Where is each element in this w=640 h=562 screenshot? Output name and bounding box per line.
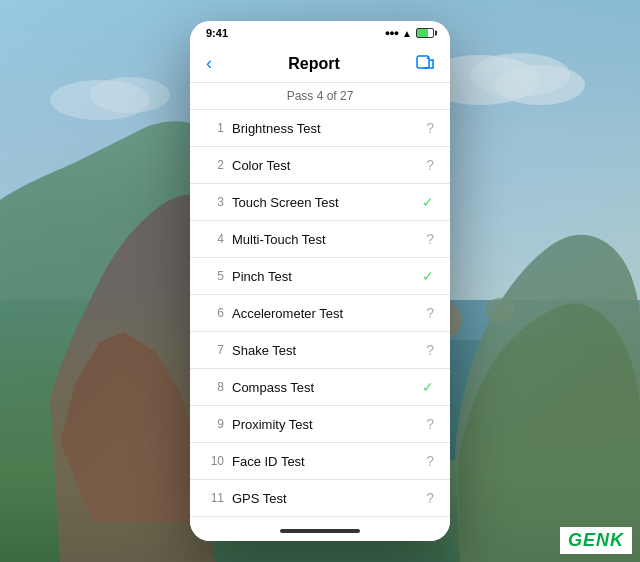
svg-point-7 (485, 298, 515, 322)
list-item[interactable]: 1Brightness Test? (190, 110, 450, 147)
item-number: 8 (206, 380, 224, 394)
wifi-icon: ▲ (402, 28, 412, 39)
item-status: ✓ (422, 268, 434, 284)
item-status: ? (426, 416, 434, 432)
test-list[interactable]: 1Brightness Test?2Color Test?3Touch Scre… (190, 110, 450, 521)
item-label: Pinch Test (232, 269, 414, 284)
list-item[interactable]: 5Pinch Test✓ (190, 258, 450, 295)
item-number: 5 (206, 269, 224, 283)
report-panel: 9:41 ●●● ▲ ‹ Report Pass 4 of 27 1Bright… (190, 21, 450, 541)
list-item[interactable]: 2Color Test? (190, 147, 450, 184)
status-bar: 9:41 ●●● ▲ (190, 21, 450, 43)
battery-icon (416, 28, 434, 38)
item-status: ? (426, 157, 434, 173)
list-item[interactable]: 6Accelerometer Test? (190, 295, 450, 332)
item-label: Accelerometer Test (232, 306, 418, 321)
list-item[interactable]: 3Touch Screen Test✓ (190, 184, 450, 221)
svg-point-12 (90, 77, 170, 113)
item-label: GPS Test (232, 491, 418, 506)
svg-point-10 (495, 65, 585, 105)
item-number: 4 (206, 232, 224, 246)
item-status: ? (426, 305, 434, 321)
item-status: ? (426, 490, 434, 506)
genk-badge: GENK (560, 527, 632, 554)
item-number: 3 (206, 195, 224, 209)
list-item[interactable]: 11GPS Test? (190, 480, 450, 517)
item-number: 7 (206, 343, 224, 357)
item-label: Face ID Test (232, 454, 418, 469)
bottom-bar (190, 521, 450, 541)
pass-count: Pass 4 of 27 (287, 89, 354, 103)
list-item[interactable]: 8Compass Test✓ (190, 369, 450, 406)
item-number: 9 (206, 417, 224, 431)
item-number: 6 (206, 306, 224, 320)
status-icons: ●●● ▲ (385, 28, 434, 39)
header-title: Report (288, 55, 340, 73)
export-button[interactable] (416, 54, 434, 74)
item-number: 11 (206, 491, 224, 505)
item-label: Color Test (232, 158, 418, 173)
genk-label: GENK (568, 530, 624, 550)
home-indicator (280, 529, 360, 533)
item-status: ✓ (422, 194, 434, 210)
item-number: 1 (206, 121, 224, 135)
list-item[interactable]: 10Face ID Test? (190, 443, 450, 480)
export-icon (416, 54, 434, 70)
item-status: ? (426, 231, 434, 247)
item-label: Touch Screen Test (232, 195, 414, 210)
status-time: 9:41 (206, 27, 228, 39)
item-status: ? (426, 453, 434, 469)
item-label: Brightness Test (232, 121, 418, 136)
item-number: 10 (206, 454, 224, 468)
item-label: Multi-Touch Test (232, 232, 418, 247)
list-item[interactable]: 9Proximity Test? (190, 406, 450, 443)
list-item[interactable]: 4Multi-Touch Test? (190, 221, 450, 258)
item-number: 2 (206, 158, 224, 172)
item-status: ✓ (422, 379, 434, 395)
item-status: ? (426, 120, 434, 136)
sub-header: Pass 4 of 27 (190, 83, 450, 110)
signal-icon: ●●● (385, 28, 398, 38)
header: ‹ Report (190, 43, 450, 83)
item-label: Compass Test (232, 380, 414, 395)
list-item[interactable]: 7Shake Test? (190, 332, 450, 369)
item-status: ? (426, 342, 434, 358)
back-button[interactable]: ‹ (206, 53, 212, 74)
item-label: Proximity Test (232, 417, 418, 432)
item-label: Shake Test (232, 343, 418, 358)
